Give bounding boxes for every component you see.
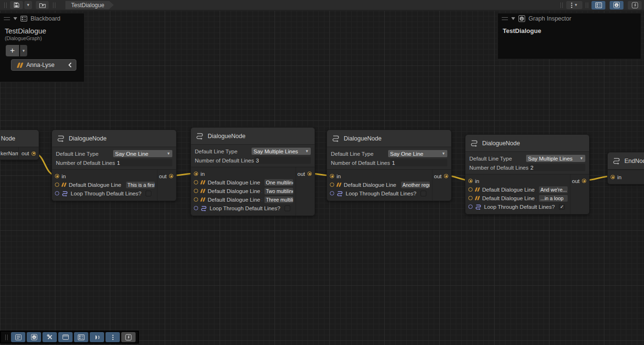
line-text-input[interactable]: ...in a loop: [539, 195, 568, 202]
loop-checkbox[interactable]: [285, 205, 290, 211]
top-toolbar: ▼ TestDialogue ▼: [0, 0, 644, 11]
node-properties: Default Line Type Say Multiple Lines▼ Nu…: [465, 152, 589, 174]
dialogue-flow-icon: [332, 135, 340, 142]
bool-port[interactable]: [330, 191, 334, 195]
line-label: Default Dialogue Line 2: [482, 195, 537, 201]
open-asset-button[interactable]: [36, 1, 49, 9]
bolt-button[interactable]: [121, 332, 136, 342]
drag-handle-icon[interactable]: [4, 17, 10, 20]
line-type-dropdown[interactable]: Say One Line▼: [113, 150, 172, 157]
node-title-label: DialogueNode: [482, 140, 520, 147]
line-text-input[interactable]: And we're...: [539, 186, 568, 193]
add-variable-dropdown[interactable]: ▼: [20, 45, 27, 56]
node-title-label: Node: [1, 135, 15, 142]
drag-handle-icon[interactable]: [5, 334, 8, 340]
bool-port[interactable]: [468, 205, 473, 209]
window-button[interactable]: [58, 332, 73, 342]
save-button[interactable]: [10, 1, 23, 9]
out-port[interactable]: [307, 172, 312, 176]
loop-checkbox[interactable]: [146, 191, 151, 196]
field-label: Number of Default Lines: [56, 160, 115, 166]
dialogue-node-4[interactable]: DialogueNode Default Line Type Say Multi…: [465, 134, 590, 215]
add-variable-button[interactable]: +: [6, 45, 19, 56]
num-lines-input[interactable]: 1: [390, 159, 447, 166]
dialogue-node-3[interactable]: DialogueNode Default Line Type Say One L…: [327, 129, 452, 201]
line-type-dropdown[interactable]: Say One Line▼: [388, 150, 447, 157]
dialogue-node-2[interactable]: DialogueNode Default Line Type Say Multi…: [190, 127, 315, 216]
line-text-input[interactable]: One multiline: [264, 179, 293, 186]
line-text-input[interactable]: Another regu: [401, 182, 430, 188]
console-icon: [15, 334, 21, 340]
chevron-left-icon[interactable]: [68, 62, 72, 68]
loop-checkbox[interactable]: [421, 191, 426, 196]
graph-tab[interactable]: TestDialogue: [65, 1, 114, 10]
drag-handle-icon[interactable]: [53, 2, 55, 8]
out-port-label: out: [21, 151, 29, 156]
in-port[interactable]: [55, 174, 59, 178]
string-port[interactable]: [468, 196, 473, 200]
save-dropdown-button[interactable]: ▼: [24, 1, 32, 9]
in-port[interactable]: [194, 172, 198, 176]
inspector-header[interactable]: Graph Inspector: [498, 13, 641, 24]
loop-label: Loop Through Default Lines?: [346, 191, 416, 196]
num-lines-input[interactable]: 3: [254, 157, 311, 164]
in-port[interactable]: [330, 174, 334, 178]
line-text-input[interactable]: Two multiline: [264, 188, 293, 194]
toggle-blackboard-button[interactable]: [591, 1, 605, 10]
field-label: Number of Default Lines: [331, 160, 390, 166]
chevron-down-icon: ▼: [574, 3, 578, 7]
string-port[interactable]: [55, 183, 59, 187]
info-button[interactable]: [27, 332, 41, 342]
out-port[interactable]: [32, 151, 36, 156]
blackboard-panel[interactable]: Blackboard TestDialogue (DialogueGraph) …: [0, 13, 84, 82]
dialogue-node-1[interactable]: DialogueNode Default Line Type Say One L…: [52, 129, 177, 201]
quote-icon: [475, 187, 480, 192]
drag-handle-icon[interactable]: [4, 2, 7, 8]
string-port[interactable]: [330, 183, 334, 187]
string-port[interactable]: [194, 197, 198, 202]
console-button[interactable]: [11, 332, 25, 342]
drag-handle-icon[interactable]: [586, 2, 588, 8]
line-text-input[interactable]: This is a first: [126, 182, 155, 188]
string-port[interactable]: [194, 189, 198, 193]
blackboard-button[interactable]: [74, 332, 88, 342]
node-title-label: DialogueNode: [69, 135, 106, 142]
bool-port[interactable]: [55, 191, 59, 195]
dialogue-flow-icon: [470, 140, 478, 147]
bool-port[interactable]: [194, 206, 198, 210]
string-port[interactable]: [194, 180, 198, 184]
blackboard-field[interactable]: Anna-Lyse: [11, 59, 76, 71]
collapse-arrow-icon[interactable]: [511, 17, 515, 20]
out-port[interactable]: [582, 179, 586, 183]
info-icon: [613, 2, 620, 8]
num-lines-input[interactable]: 2: [528, 164, 585, 171]
chevron-down-icon: ▼: [442, 151, 445, 156]
field-label: Default Line Type: [469, 156, 512, 162]
num-lines-input[interactable]: 1: [115, 159, 172, 166]
tools-button[interactable]: [42, 332, 57, 342]
drag-handle-icon[interactable]: [560, 2, 563, 8]
line-type-dropdown[interactable]: Say Multiple Lines▼: [252, 148, 311, 155]
line-text-input[interactable]: Three multili: [264, 196, 293, 203]
string-port[interactable]: [468, 187, 473, 192]
node-partial[interactable]: Node kerName out: [0, 129, 39, 160]
bolt-icon: [125, 334, 132, 341]
blackboard-header[interactable]: Blackboard: [0, 13, 84, 24]
options-menu-button[interactable]: ▼: [566, 1, 582, 9]
more-options-button[interactable]: [106, 332, 120, 342]
loop-checkbox[interactable]: ✓: [559, 204, 565, 210]
end-node[interactable]: EndNode in: [607, 152, 644, 184]
collapse-arrow-icon[interactable]: [13, 17, 17, 20]
toggle-inspector-button[interactable]: [610, 1, 623, 10]
toggle-preview-button[interactable]: [628, 1, 642, 10]
out-port[interactable]: [444, 174, 448, 178]
graph-inspector-panel[interactable]: Graph Inspector TestDialogue: [497, 13, 641, 59]
in-port[interactable]: [468, 179, 473, 183]
drag-handle-icon[interactable]: [502, 17, 508, 20]
dialogue-flow-icon: [196, 132, 204, 140]
line-type-dropdown[interactable]: Say Multiple Lines▼: [526, 155, 585, 162]
in-port[interactable]: [611, 175, 615, 179]
out-port[interactable]: [169, 174, 173, 178]
dialogue-preview-button[interactable]: [90, 332, 104, 342]
field-label: Default Line Type: [56, 151, 98, 157]
